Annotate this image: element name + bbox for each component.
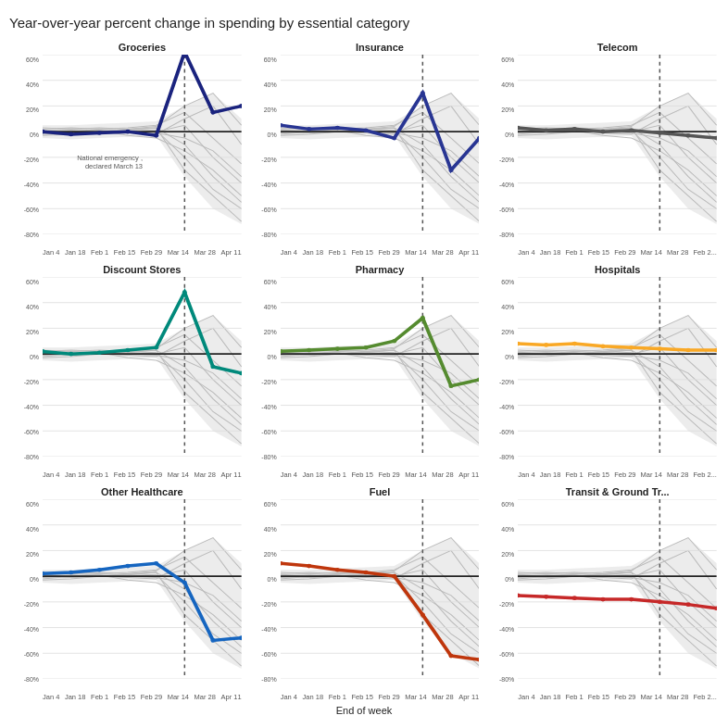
svg-point-28 (334, 126, 339, 131)
x-axis-fuel: Jan 4Jan 18Feb 1Feb 15Feb 29Mar 14Mar 28… (281, 693, 480, 701)
svg-point-29 (363, 128, 368, 132)
x-axis-telecom: Jan 4Jan 18Feb 1Feb 15Feb 29Mar 14Mar 28… (518, 248, 717, 257)
svg-point-83 (448, 383, 453, 388)
chart-cell-insurance: Insurance60%40%20%0%-20%-40%-60%-80%Jan … (247, 40, 482, 258)
svg-point-148 (601, 597, 606, 602)
svg-point-46 (601, 130, 606, 134)
svg-point-44 (544, 128, 548, 132)
svg-point-11 (97, 131, 102, 135)
chart-title-pharmacy: Pharmacy (281, 264, 480, 275)
chart-svg-hospitals (518, 277, 717, 457)
chart-cell-transit: Transit & Ground Tr...60%40%20%0%-20%-40… (484, 484, 719, 703)
chart-svg-discount-stores (43, 277, 242, 457)
y-axis-transit: 60%40%20%0%-20%-40%-60%-80% (484, 501, 516, 683)
svg-point-65 (182, 290, 187, 295)
svg-point-129 (307, 564, 311, 569)
y-axis-telecom: 60%40%20%0%-20%-40%-60%-80% (484, 56, 516, 238)
svg-point-13 (154, 133, 158, 138)
svg-point-134 (448, 654, 453, 659)
chart-svg-pharmacy (281, 277, 480, 457)
svg-point-27 (307, 127, 311, 132)
y-axis-groceries: 60%40%20%0%-20%-40%-60%-80% (9, 56, 41, 238)
svg-point-113 (97, 568, 102, 572)
svg-point-64 (154, 345, 158, 350)
x-axis-groceries: Jan 4Jan 18Feb 1Feb 15Feb 29Mar 14Mar 28… (43, 248, 242, 257)
svg-point-117 (210, 638, 215, 643)
chart-title-fuel: Fuel (281, 486, 480, 497)
svg-point-95 (544, 343, 548, 347)
charts-grid: Groceries60%40%20%0%-20%-40%-60%-80%Jan … (9, 40, 719, 703)
svg-point-96 (572, 342, 577, 346)
chart-title-hospitals: Hospitals (518, 264, 717, 275)
svg-point-15 (210, 110, 215, 115)
y-axis-fuel: 60%40%20%0%-20%-40%-60%-80% (247, 501, 279, 683)
chart-title-telecom: Telecom (518, 42, 717, 53)
chart-cell-telecom: Telecom60%40%20%0%-20%-40%-60%-80%Jan 4J… (484, 40, 719, 258)
svg-point-112 (69, 571, 73, 575)
chart-title-groceries: Groceries (43, 42, 242, 53)
svg-point-48 (658, 131, 662, 135)
chart-svg-insurance (281, 55, 480, 234)
chart-cell-discount-stores: Discount Stores60%40%20%0%-20%-40%-60%-8… (9, 262, 244, 481)
chart-title-other-healthcare: Other Healthcare (43, 486, 242, 497)
chart-title-transit: Transit & Ground Tr... (518, 486, 717, 497)
svg-point-100 (686, 348, 691, 353)
svg-point-81 (392, 339, 396, 344)
chart-cell-hospitals: Hospitals60%40%20%0%-20%-40%-60%-80%Jan … (484, 262, 719, 481)
chart-svg-other-healthcare (43, 499, 242, 679)
svg-point-132 (392, 574, 396, 579)
svg-point-151 (686, 602, 691, 607)
svg-point-30 (392, 136, 396, 141)
chart-svg-telecom (518, 55, 717, 234)
chart-cell-other-healthcare: Other Healthcare60%40%20%0%-20%-40%-60%-… (9, 484, 244, 703)
main-container: Year-over-year percent change in spendin… (0, 0, 728, 728)
x-axis-discount-stores: Jan 4Jan 18Feb 1Feb 15Feb 29Mar 14Mar 28… (43, 471, 242, 479)
x-axis-pharmacy: Jan 4Jan 18Feb 1Feb 15Feb 29Mar 14Mar 28… (281, 471, 480, 479)
svg-point-49 (686, 133, 691, 138)
x-axis-hospitals: Jan 4Jan 18Feb 1Feb 15Feb 29Mar 14Mar 28… (518, 471, 717, 479)
svg-point-10 (69, 132, 73, 137)
svg-point-80 (363, 345, 368, 350)
y-axis-pharmacy: 60%40%20%0%-20%-40%-60%-80% (247, 279, 279, 460)
svg-point-130 (334, 568, 339, 572)
svg-point-79 (334, 346, 339, 351)
svg-point-82 (420, 316, 424, 320)
svg-point-150 (658, 600, 662, 605)
svg-point-147 (572, 596, 577, 600)
main-title: Year-over-year percent change in spendin… (9, 15, 719, 31)
svg-point-47 (629, 128, 634, 132)
svg-point-12 (125, 130, 130, 134)
svg-point-66 (210, 365, 215, 370)
x-axis-other-healthcare: Jan 4Jan 18Feb 1Feb 15Feb 29Mar 14Mar 28… (43, 693, 242, 701)
svg-point-131 (363, 571, 368, 575)
end-of-week-label: End of week (9, 705, 719, 716)
svg-point-116 (182, 581, 187, 585)
chart-cell-groceries: Groceries60%40%20%0%-20%-40%-60%-80%Jan … (9, 40, 244, 258)
x-axis-insurance: Jan 4Jan 18Feb 1Feb 15Feb 29Mar 14Mar 28… (281, 248, 480, 257)
y-axis-hospitals: 60%40%20%0%-20%-40%-60%-80% (484, 279, 516, 460)
svg-point-62 (97, 350, 102, 355)
svg-point-31 (420, 91, 424, 95)
chart-svg-groceries (43, 55, 242, 234)
chart-title-insurance: Insurance (281, 42, 480, 53)
chart-svg-transit (518, 499, 717, 679)
svg-point-146 (544, 595, 548, 599)
x-axis-transit: Jan 4Jan 18Feb 1Feb 15Feb 29Mar 14Mar 28… (518, 693, 717, 701)
y-axis-discount-stores: 60%40%20%0%-20%-40%-60%-80% (9, 279, 41, 460)
svg-point-32 (448, 168, 453, 172)
y-axis-insurance: 60%40%20%0%-20%-40%-60%-80% (247, 56, 279, 238)
svg-point-114 (125, 564, 130, 569)
chart-svg-fuel (281, 499, 480, 679)
svg-point-61 (69, 352, 73, 357)
svg-point-99 (658, 346, 662, 351)
svg-point-133 (420, 612, 424, 617)
svg-point-149 (629, 597, 634, 602)
svg-point-63 (125, 348, 130, 353)
chart-title-discount-stores: Discount Stores (43, 264, 242, 275)
svg-point-45 (572, 127, 577, 132)
svg-point-97 (601, 345, 606, 349)
svg-point-115 (154, 561, 158, 566)
svg-point-78 (307, 348, 311, 353)
chart-cell-fuel: Fuel60%40%20%0%-20%-40%-60%-80%Jan 4Jan … (247, 484, 482, 703)
y-axis-other-healthcare: 60%40%20%0%-20%-40%-60%-80% (9, 501, 41, 683)
